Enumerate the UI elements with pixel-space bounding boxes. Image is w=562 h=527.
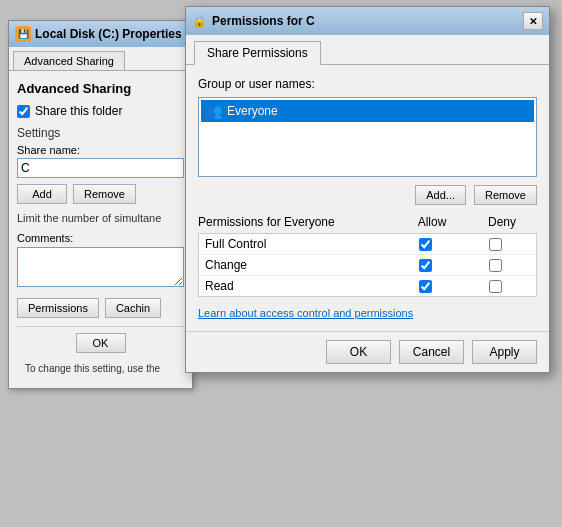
dialog-content: Group or user names: 👥 Everyone Add... R… — [186, 65, 549, 331]
change-deny-checkbox[interactable] — [489, 259, 502, 272]
tab-share-permissions[interactable]: Share Permissions — [194, 41, 321, 65]
perm-row-fullcontrol: Full Control — [199, 234, 536, 255]
share-folder-checkbox[interactable] — [17, 105, 30, 118]
background-window: 💾 Local Disk (C:) Properties Advanced Sh… — [8, 20, 193, 389]
user-icon: 👥 — [205, 103, 221, 119]
share-name-label: Share name: — [17, 144, 184, 156]
apply-button[interactable]: Apply — [472, 340, 537, 364]
read-deny-checkbox[interactable] — [489, 280, 502, 293]
footer-text: To change this setting, use the — [17, 359, 184, 378]
add-remove-buttons: Add... Remove — [198, 185, 537, 205]
dialog-footer: OK Cancel Apply — [186, 331, 549, 372]
permissions-dialog: 🔒 Permissions for C ✕ Share Permissions … — [185, 6, 550, 373]
fg-tab-bar: Share Permissions — [186, 35, 549, 65]
change-deny-check — [460, 259, 530, 272]
group-list: 👥 Everyone — [198, 97, 537, 177]
add-remove-row: Add Remove — [17, 184, 184, 204]
fg-ok-button[interactable]: OK — [326, 340, 391, 364]
perm-row-change: Change — [199, 255, 536, 276]
learn-link[interactable]: Learn about access control and permissio… — [198, 307, 537, 319]
bg-window-title: Local Disk (C:) Properties — [35, 27, 182, 41]
add-user-button[interactable]: Add... — [415, 185, 466, 205]
bottom-buttons: Permissions Cachin — [17, 298, 184, 318]
perm-row-read: Read — [199, 276, 536, 296]
caching-button[interactable]: Cachin — [105, 298, 161, 318]
share-folder-row: Share this folder — [17, 104, 184, 118]
comments-label: Comments: — [17, 232, 184, 244]
fullcontrol-allow-checkbox[interactable] — [419, 238, 432, 251]
advanced-sharing-panel: Advanced Sharing Share this folder Setti… — [9, 71, 192, 388]
read-allow-check — [390, 280, 460, 293]
comments-input[interactable] — [17, 247, 184, 287]
change-allow-checkbox[interactable] — [419, 259, 432, 272]
fg-dialog-title: Permissions for C — [212, 14, 315, 28]
read-allow-checkbox[interactable] — [419, 280, 432, 293]
bg-titlebar: 💾 Local Disk (C:) Properties — [9, 21, 192, 47]
deny-col-header: Deny — [467, 215, 537, 229]
add-button[interactable]: Add — [17, 184, 67, 204]
share-name-input[interactable] — [17, 158, 184, 178]
group-item-label: Everyone — [227, 104, 278, 118]
fullcontrol-allow-check — [390, 238, 460, 251]
perm-name-read: Read — [205, 279, 390, 293]
remove-button[interactable]: Remove — [73, 184, 136, 204]
settings-label: Settings — [17, 126, 184, 140]
permissions-button[interactable]: Permissions — [17, 298, 99, 318]
fullcontrol-deny-checkbox[interactable] — [489, 238, 502, 251]
tab-advanced-sharing[interactable]: Advanced Sharing — [13, 51, 125, 70]
limit-text: Limit the number of simultane — [17, 212, 184, 224]
allow-col-header: Allow — [397, 215, 467, 229]
group-label: Group or user names: — [198, 77, 537, 91]
close-button[interactable]: ✕ — [523, 12, 543, 30]
permissions-table: Full Control Change — [198, 233, 537, 297]
remove-user-button[interactable]: Remove — [474, 185, 537, 205]
read-deny-check — [460, 280, 530, 293]
perm-name-change: Change — [205, 258, 390, 272]
fg-titlebar: 🔒 Permissions for C ✕ — [186, 7, 549, 35]
cancel-button[interactable]: Cancel — [399, 340, 464, 364]
permissions-title: Permissions for Everyone — [198, 215, 397, 229]
fullcontrol-deny-check — [460, 238, 530, 251]
group-item-everyone[interactable]: 👥 Everyone — [201, 100, 534, 122]
change-allow-check — [390, 259, 460, 272]
permissions-section: Permissions for Everyone Allow Deny Full… — [198, 215, 537, 297]
permissions-header: Permissions for Everyone Allow Deny — [198, 215, 537, 229]
section-title: Advanced Sharing — [17, 81, 184, 96]
ok-row: OK — [17, 326, 184, 359]
disk-icon: 💾 — [15, 26, 31, 42]
titlebar-left: 🔒 Permissions for C — [192, 14, 315, 28]
share-folder-label: Share this folder — [35, 104, 122, 118]
warning-icon: 🔒 — [192, 14, 207, 28]
perm-name-fullcontrol: Full Control — [205, 237, 390, 251]
bg-tab-bar: Advanced Sharing — [9, 47, 192, 71]
bg-ok-button[interactable]: OK — [76, 333, 126, 353]
